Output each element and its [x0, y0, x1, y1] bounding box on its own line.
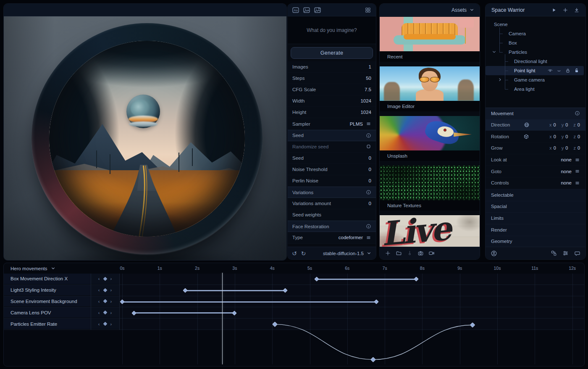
cube-icon-wrap[interactable] — [523, 134, 529, 140]
movement-value[interactable]: none — [561, 180, 572, 185]
movement-row-grow[interactable]: Growx0y0z0 — [486, 142, 585, 154]
info-icon[interactable] — [366, 224, 371, 229]
movement-row-rotation[interactable]: Rotationx0y0z0 — [486, 131, 585, 142]
plus-icon[interactable] — [385, 250, 391, 256]
inspector-section-spacial[interactable]: Spacial — [486, 201, 585, 213]
images-tool-button[interactable] — [314, 6, 321, 14]
asset-thumbnail-forest[interactable] — [380, 166, 480, 200]
prev-keyframe-button[interactable]: ‹ — [98, 299, 100, 304]
info-icon[interactable] — [366, 133, 371, 138]
add-keyframe-button[interactable] — [103, 299, 107, 303]
menu-icon-wrap[interactable] — [575, 169, 580, 174]
param-row[interactable]: Seed — [288, 130, 376, 141]
movement-row-goto[interactable]: Gotonone — [486, 166, 585, 177]
camera-button[interactable] — [417, 250, 424, 256]
add-keyframe-button[interactable] — [103, 322, 107, 326]
nodes-button[interactable] — [551, 250, 557, 256]
menu-icon[interactable] — [366, 121, 371, 127]
prev-keyframe-button[interactable]: ‹ — [98, 276, 100, 281]
param-row[interactable]: Width 1024 — [288, 95, 376, 107]
param-row[interactable]: Images 1 — [288, 61, 376, 73]
keyframe-bar[interactable] — [317, 279, 416, 280]
model-selector[interactable]: stable-diffucion-1.5 — [323, 250, 372, 256]
nodes-icon[interactable] — [551, 250, 557, 256]
images-tool-icon[interactable] — [314, 6, 321, 14]
cube-icon[interactable] — [523, 134, 529, 140]
menu-icon[interactable] — [575, 180, 580, 186]
chevron-down-icon[interactable] — [50, 266, 56, 271]
chevron-right-icon[interactable] — [497, 77, 503, 82]
inspector-section-limits[interactable]: Limits — [486, 212, 585, 224]
redo-icon[interactable]: ↻ — [301, 250, 306, 256]
text-tool-button[interactable]: Aa — [292, 6, 299, 14]
param-value[interactable]: 1024 — [360, 98, 371, 103]
param-value[interactable]: codeformer — [339, 235, 363, 240]
assets-header[interactable]: Assets — [380, 4, 480, 16]
folder-icon[interactable] — [396, 250, 402, 256]
param-value[interactable]: 0 — [369, 167, 371, 172]
play-icon[interactable] — [551, 7, 557, 13]
undo-icon[interactable]: ↺ — [292, 250, 297, 256]
viewport-canvas[interactable] — [4, 16, 286, 260]
param-row[interactable]: CFG Scale 7.5 — [288, 84, 376, 95]
keyframe-bar[interactable] — [134, 312, 234, 314]
unlock-icon[interactable] — [574, 68, 580, 74]
asset-thumbnail-live[interactable]: Live — [380, 215, 480, 250]
playhead[interactable] — [222, 273, 223, 364]
param-row[interactable]: Sampler PLMS — [288, 118, 376, 129]
keyframe-bar[interactable] — [185, 290, 285, 291]
generate-button[interactable]: Generate — [291, 47, 373, 59]
checkbox-icon[interactable] — [366, 144, 371, 149]
add-keyframe-button[interactable] — [103, 311, 107, 315]
param-row[interactable]: Perlin Noise 0 — [288, 175, 376, 187]
param-value[interactable]: 0 — [369, 178, 371, 183]
keyframe-bar[interactable] — [122, 301, 376, 303]
tree-item-game-camera[interactable]: Game camera — [486, 75, 584, 84]
lock-toggle[interactable] — [565, 68, 571, 74]
info-icon-wrap[interactable] — [366, 133, 371, 138]
prev-keyframe-button[interactable]: ‹ — [98, 322, 100, 327]
next-keyframe-button[interactable]: › — [110, 322, 112, 327]
sliders-button[interactable] — [562, 250, 569, 256]
next-keyframe-button[interactable]: › — [110, 276, 112, 281]
menu-icon[interactable] — [575, 169, 580, 174]
movement-value[interactable]: none — [561, 157, 572, 162]
tree-item-area-light[interactable]: Area light — [486, 84, 584, 94]
menu-icon[interactable] — [366, 235, 371, 240]
track-name[interactable]: Box Movement Direction X — [4, 274, 91, 285]
eye-toggle[interactable] — [547, 68, 553, 74]
add-keyframe-button[interactable] — [103, 288, 107, 292]
chevron-down-icon[interactable] — [469, 7, 475, 13]
plus-button[interactable] — [385, 250, 391, 256]
param-row[interactable]: Height 1024 — [288, 107, 376, 118]
param-row[interactable]: Steps 50 — [288, 73, 376, 84]
param-row[interactable]: Seed 0 — [288, 153, 376, 164]
tree-item-directional-light[interactable]: Directional light — [486, 57, 584, 66]
sliders-icon[interactable] — [562, 250, 569, 256]
param-row[interactable]: Face Restoration — [288, 221, 376, 232]
track-name[interactable]: Light3 Styling Intesity — [4, 285, 91, 296]
prev-keyframe-button[interactable]: ‹ — [98, 310, 100, 315]
image-tool-button[interactable] — [303, 6, 310, 14]
prev-keyframe-button[interactable]: ‹ — [98, 287, 100, 293]
chevron-down-icon[interactable] — [366, 250, 372, 256]
param-value[interactable]: 50 — [366, 76, 371, 81]
xyz-values[interactable]: x0y0z0 — [549, 122, 580, 127]
asset-thumbnail-peacock[interactable] — [380, 116, 480, 150]
crescent-toggle[interactable] — [556, 68, 562, 74]
asset-card[interactable]: Live — [380, 215, 480, 250]
param-row[interactable]: Type codeformer — [288, 232, 376, 243]
person-icon[interactable] — [491, 250, 497, 257]
param-value[interactable]: 1 — [369, 64, 371, 69]
tree-item-point-light[interactable]: Point light — [486, 66, 584, 75]
param-row[interactable]: Randomize seed — [288, 141, 376, 153]
asset-card[interactable]: Nature Textures — [380, 166, 480, 211]
param-row[interactable]: Seed weights — [288, 209, 376, 221]
param-row[interactable]: Noise Threshold 0 — [288, 164, 376, 175]
info-icon[interactable] — [575, 111, 580, 116]
inspector-section-geometry[interactable]: Geometry — [486, 236, 585, 248]
brush-icon[interactable] — [407, 250, 413, 256]
text-tool-icon[interactable]: Aa — [292, 6, 299, 14]
next-keyframe-button[interactable]: › — [110, 287, 112, 293]
info-icon[interactable] — [366, 190, 371, 195]
